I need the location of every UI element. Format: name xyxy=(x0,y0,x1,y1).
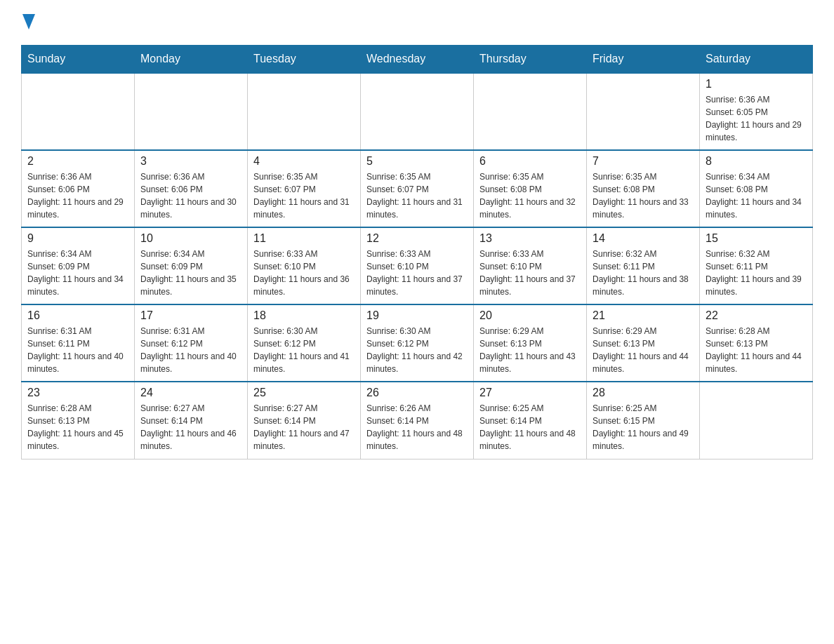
day-info: Sunrise: 6:30 AMSunset: 6:12 PMDaylight:… xyxy=(366,325,468,375)
calendar-cell: 3Sunrise: 6:36 AMSunset: 6:06 PMDaylight… xyxy=(135,150,248,227)
calendar-cell xyxy=(361,73,474,150)
calendar-cell xyxy=(248,73,361,150)
day-info: Sunrise: 6:30 AMSunset: 6:12 PMDaylight:… xyxy=(253,325,355,375)
calendar-cell xyxy=(587,73,700,150)
day-info: Sunrise: 6:25 AMSunset: 6:15 PMDaylight:… xyxy=(593,402,694,452)
header-sunday: Sunday xyxy=(22,46,135,74)
day-number: 22 xyxy=(706,309,807,322)
day-info: Sunrise: 6:34 AMSunset: 6:09 PMDaylight:… xyxy=(140,248,241,298)
day-number: 10 xyxy=(140,232,241,245)
day-info: Sunrise: 6:29 AMSunset: 6:13 PMDaylight:… xyxy=(479,325,581,375)
calendar-cell: 12Sunrise: 6:33 AMSunset: 6:10 PMDayligh… xyxy=(361,227,474,304)
day-info: Sunrise: 6:33 AMSunset: 6:10 PMDaylight:… xyxy=(253,248,355,298)
day-info: Sunrise: 6:34 AMSunset: 6:08 PMDaylight:… xyxy=(706,170,807,221)
calendar-cell: 27Sunrise: 6:25 AMSunset: 6:14 PMDayligh… xyxy=(474,382,587,459)
day-info: Sunrise: 6:29 AMSunset: 6:13 PMDaylight:… xyxy=(593,325,694,375)
day-info: Sunrise: 6:27 AMSunset: 6:14 PMDaylight:… xyxy=(253,402,355,452)
calendar-cell: 22Sunrise: 6:28 AMSunset: 6:13 PMDayligh… xyxy=(700,304,813,382)
day-number: 12 xyxy=(366,232,468,245)
day-number: 3 xyxy=(140,155,241,168)
calendar-cell: 19Sunrise: 6:30 AMSunset: 6:12 PMDayligh… xyxy=(361,304,474,382)
day-number: 16 xyxy=(27,309,128,322)
day-number: 15 xyxy=(706,232,807,245)
calendar-week-row: 1Sunrise: 6:36 AMSunset: 6:05 PMDaylight… xyxy=(22,73,813,150)
day-info: Sunrise: 6:36 AMSunset: 6:06 PMDaylight:… xyxy=(27,170,128,221)
svg-marker-0 xyxy=(22,14,35,29)
day-number: 18 xyxy=(253,309,355,322)
day-info: Sunrise: 6:25 AMSunset: 6:14 PMDaylight:… xyxy=(479,402,581,452)
calendar-cell: 16Sunrise: 6:31 AMSunset: 6:11 PMDayligh… xyxy=(22,304,135,382)
calendar-cell: 26Sunrise: 6:26 AMSunset: 6:14 PMDayligh… xyxy=(361,382,474,459)
calendar-cell: 6Sunrise: 6:35 AMSunset: 6:08 PMDaylight… xyxy=(474,150,587,227)
calendar-cell: 5Sunrise: 6:35 AMSunset: 6:07 PMDaylight… xyxy=(361,150,474,227)
day-number: 20 xyxy=(479,309,581,322)
day-number: 4 xyxy=(253,155,355,168)
calendar-cell: 20Sunrise: 6:29 AMSunset: 6:13 PMDayligh… xyxy=(474,304,587,382)
header-thursday: Thursday xyxy=(474,46,587,74)
logo xyxy=(21,14,35,31)
day-number: 5 xyxy=(366,155,468,168)
day-info: Sunrise: 6:36 AMSunset: 6:05 PMDaylight:… xyxy=(706,93,807,144)
calendar-cell: 25Sunrise: 6:27 AMSunset: 6:14 PMDayligh… xyxy=(248,382,361,459)
day-info: Sunrise: 6:35 AMSunset: 6:07 PMDaylight:… xyxy=(366,170,468,221)
day-number: 17 xyxy=(140,309,241,322)
calendar-cell: 15Sunrise: 6:32 AMSunset: 6:11 PMDayligh… xyxy=(700,227,813,304)
day-number: 21 xyxy=(593,309,694,322)
logo-triangle-icon xyxy=(22,14,35,29)
day-number: 23 xyxy=(27,387,128,399)
day-number: 7 xyxy=(593,155,694,168)
header-saturday: Saturday xyxy=(700,46,813,74)
calendar-cell: 28Sunrise: 6:25 AMSunset: 6:15 PMDayligh… xyxy=(587,382,700,459)
day-number: 11 xyxy=(253,232,355,245)
calendar-table: Sunday Monday Tuesday Wednesday Thursday… xyxy=(21,45,813,459)
day-number: 8 xyxy=(706,155,807,168)
calendar-cell: 18Sunrise: 6:30 AMSunset: 6:12 PMDayligh… xyxy=(248,304,361,382)
calendar-cell: 4Sunrise: 6:35 AMSunset: 6:07 PMDaylight… xyxy=(248,150,361,227)
day-info: Sunrise: 6:33 AMSunset: 6:10 PMDaylight:… xyxy=(479,248,581,298)
day-number: 1 xyxy=(706,78,807,90)
calendar-cell: 17Sunrise: 6:31 AMSunset: 6:12 PMDayligh… xyxy=(135,304,248,382)
day-number: 28 xyxy=(593,387,694,399)
calendar-cell xyxy=(700,382,813,459)
day-number: 2 xyxy=(27,155,128,168)
day-info: Sunrise: 6:32 AMSunset: 6:11 PMDaylight:… xyxy=(593,248,694,298)
day-info: Sunrise: 6:32 AMSunset: 6:11 PMDaylight:… xyxy=(706,248,807,298)
calendar-cell xyxy=(22,73,135,150)
calendar-cell: 10Sunrise: 6:34 AMSunset: 6:09 PMDayligh… xyxy=(135,227,248,304)
day-info: Sunrise: 6:35 AMSunset: 6:08 PMDaylight:… xyxy=(593,170,694,221)
calendar-cell: 21Sunrise: 6:29 AMSunset: 6:13 PMDayligh… xyxy=(587,304,700,382)
calendar-cell: 1Sunrise: 6:36 AMSunset: 6:05 PMDaylight… xyxy=(700,73,813,150)
calendar-week-row: 9Sunrise: 6:34 AMSunset: 6:09 PMDaylight… xyxy=(22,227,813,304)
day-number: 14 xyxy=(593,232,694,245)
day-info: Sunrise: 6:31 AMSunset: 6:11 PMDaylight:… xyxy=(27,325,128,375)
header-monday: Monday xyxy=(135,46,248,74)
day-info: Sunrise: 6:27 AMSunset: 6:14 PMDaylight:… xyxy=(140,402,241,452)
calendar-cell: 13Sunrise: 6:33 AMSunset: 6:10 PMDayligh… xyxy=(474,227,587,304)
calendar-cell: 9Sunrise: 6:34 AMSunset: 6:09 PMDaylight… xyxy=(22,227,135,304)
day-info: Sunrise: 6:33 AMSunset: 6:10 PMDaylight:… xyxy=(366,248,468,298)
day-number: 26 xyxy=(366,387,468,399)
day-number: 6 xyxy=(479,155,581,168)
header-tuesday: Tuesday xyxy=(248,46,361,74)
day-number: 27 xyxy=(479,387,581,399)
calendar-week-row: 16Sunrise: 6:31 AMSunset: 6:11 PMDayligh… xyxy=(22,304,813,382)
calendar-week-row: 2Sunrise: 6:36 AMSunset: 6:06 PMDaylight… xyxy=(22,150,813,227)
header-friday: Friday xyxy=(587,46,700,74)
weekday-header-row: Sunday Monday Tuesday Wednesday Thursday… xyxy=(22,46,813,74)
calendar-cell: 11Sunrise: 6:33 AMSunset: 6:10 PMDayligh… xyxy=(248,227,361,304)
day-info: Sunrise: 6:28 AMSunset: 6:13 PMDaylight:… xyxy=(27,402,128,452)
day-info: Sunrise: 6:35 AMSunset: 6:07 PMDaylight:… xyxy=(253,170,355,221)
calendar-cell: 24Sunrise: 6:27 AMSunset: 6:14 PMDayligh… xyxy=(135,382,248,459)
calendar-cell: 8Sunrise: 6:34 AMSunset: 6:08 PMDaylight… xyxy=(700,150,813,227)
day-number: 9 xyxy=(27,232,128,245)
day-info: Sunrise: 6:34 AMSunset: 6:09 PMDaylight:… xyxy=(27,248,128,298)
day-number: 13 xyxy=(479,232,581,245)
calendar-cell xyxy=(474,73,587,150)
calendar-week-row: 23Sunrise: 6:28 AMSunset: 6:13 PMDayligh… xyxy=(22,382,813,459)
calendar-cell xyxy=(135,73,248,150)
calendar-cell: 23Sunrise: 6:28 AMSunset: 6:13 PMDayligh… xyxy=(22,382,135,459)
page-header xyxy=(21,14,813,31)
day-info: Sunrise: 6:28 AMSunset: 6:13 PMDaylight:… xyxy=(706,325,807,375)
calendar-cell: 7Sunrise: 6:35 AMSunset: 6:08 PMDaylight… xyxy=(587,150,700,227)
header-wednesday: Wednesday xyxy=(361,46,474,74)
